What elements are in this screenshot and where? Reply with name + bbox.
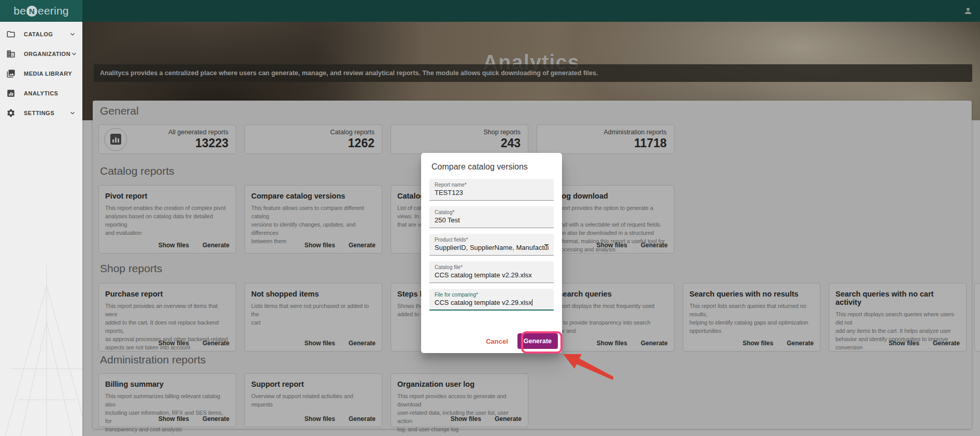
product-fields-select[interactable]: Product fields* SupplierID, SupplierName… — [429, 234, 554, 256]
left-rail: be N eering CATALOG — [0, 0, 82, 436]
dialog-actions: Cancel Generate — [486, 333, 558, 349]
chevron-down-icon — [69, 109, 76, 117]
sidebar-item-label: MEDIA LIBRARY — [24, 71, 76, 77]
sidebar-item-analytics[interactable]: ANALYTICS — [0, 83, 82, 103]
field-label: Catalog file* — [435, 264, 549, 270]
field-value: CCS catalog template v2.29.xlsx — [435, 299, 549, 306]
file-for-comparing-field[interactable]: File for comparing* CCS catalog template… — [429, 289, 554, 311]
analytics-page: Analytics Analitycs provides a centraliz… — [0, 0, 980, 436]
field-value: CCS catalog template v2.29.xlsx — [435, 271, 549, 279]
compare-catalog-versions-dialog: Compare catalog versions Report name* TE… — [421, 153, 562, 353]
field-value: 250 Test — [435, 216, 549, 224]
field-label: Product fields* — [435, 237, 549, 243]
sidebar-item-label: SETTINGS — [24, 110, 69, 116]
sidebar-item-organization[interactable]: ORGANIZATION — [0, 44, 82, 64]
cancel-button[interactable]: Cancel — [486, 337, 508, 345]
generate-button[interactable]: Generate — [517, 333, 558, 349]
sidebar-item-label: ANALYTICS — [24, 90, 76, 96]
analytics-icon — [6, 89, 16, 98]
chevron-down-icon — [70, 50, 78, 58]
logo-text-prefix: be — [13, 5, 26, 17]
text-cursor — [532, 299, 532, 306]
field-label: File for comparing* — [435, 292, 549, 298]
sidebar-watermark — [0, 265, 82, 436]
field-label: Report name* — [435, 182, 549, 188]
settings-gear-icon — [6, 108, 16, 118]
field-value: SupplierID, SupplierName, Manufacture… — [435, 244, 549, 251]
field-label: Catalog* — [435, 209, 549, 215]
sidebar-item-label: CATALOG — [24, 31, 69, 37]
logo-text-suffix: eering — [38, 5, 69, 17]
app-logo[interactable]: be N eering — [0, 0, 82, 22]
media-library-icon — [6, 69, 16, 78]
dropdown-caret-icon — [544, 244, 549, 247]
logo-n-badge: N — [26, 6, 37, 17]
organization-icon — [6, 49, 16, 59]
folder-icon — [6, 30, 16, 39]
sidebar-item-media-library[interactable]: MEDIA LIBRARY — [0, 64, 82, 83]
dialog-title: Compare catalog versions — [421, 153, 562, 179]
catalog-field[interactable]: Catalog* 250 Test — [429, 206, 554, 228]
sidebar-item-settings[interactable]: SETTINGS — [0, 103, 82, 123]
field-value: TEST123 — [435, 189, 549, 196]
sidebar-item-label: ORGANIZATION — [24, 51, 70, 57]
report-name-field[interactable]: Report name* TEST123 — [429, 179, 554, 201]
catalog-file-field[interactable]: Catalog file* CCS catalog template v2.29… — [429, 261, 554, 283]
sidebar-nav: CATALOG ORGANIZATION MEDIA LIBRARY ANALY… — [0, 22, 82, 436]
sidebar-item-catalog[interactable]: CATALOG — [0, 24, 82, 44]
chevron-down-icon — [69, 31, 76, 38]
